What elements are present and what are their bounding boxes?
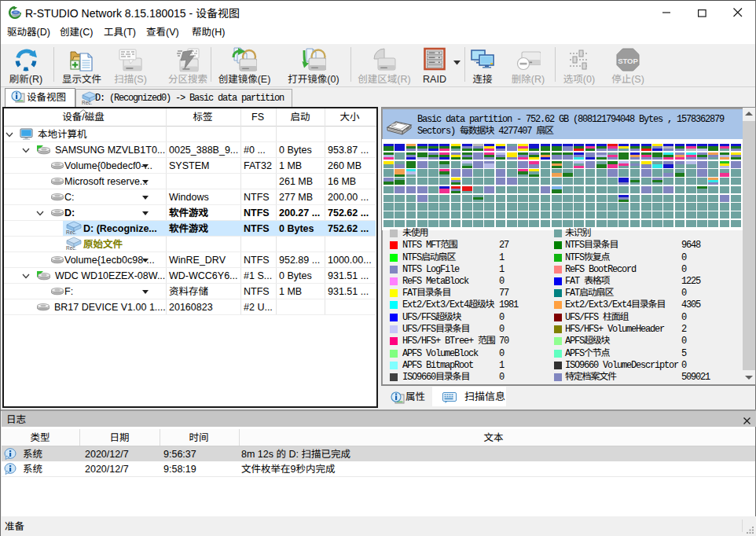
svg-text:Rec.: Rec.	[82, 100, 93, 105]
svg-text:STOP: STOP	[618, 57, 638, 65]
svg-text:Rec.: Rec.	[66, 229, 77, 235]
svg-text:Rec.: Rec.	[66, 245, 77, 251]
